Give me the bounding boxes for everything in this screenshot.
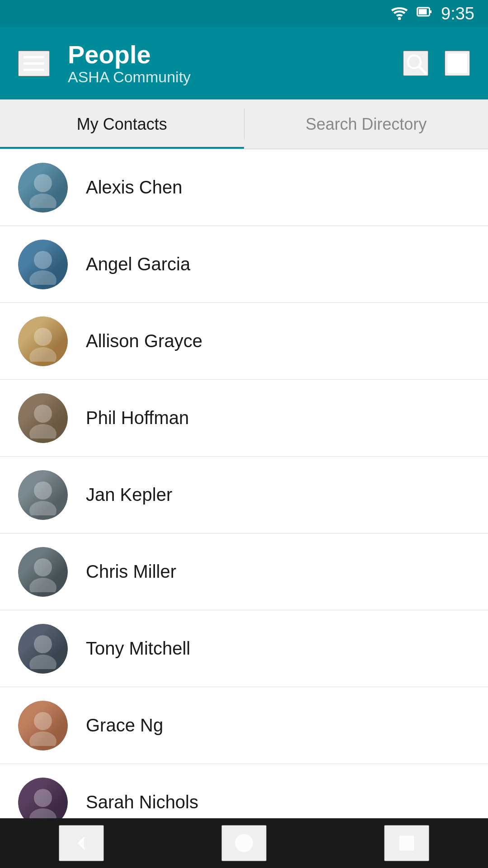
contact-name: Tony Mitchell <box>86 638 190 659</box>
wifi-icon <box>390 4 408 24</box>
contact-list: Alexis Chen Angel Garcia Allison Grayce … <box>0 149 488 818</box>
tab-my-contacts[interactable]: My Contacts <box>0 99 244 149</box>
tab-search-directory[interactable]: Search Directory <box>244 99 488 149</box>
svg-point-19 <box>34 558 52 576</box>
app-header: People ASHA Community <box>0 27 488 99</box>
list-item[interactable]: Sarah Nichols <box>0 764 488 818</box>
svg-point-11 <box>34 251 52 269</box>
header-actions <box>403 51 470 76</box>
svg-point-9 <box>34 174 52 192</box>
svg-point-25 <box>34 789 52 807</box>
svg-point-29 <box>236 835 252 851</box>
svg-point-10 <box>29 193 56 208</box>
avatar <box>18 701 68 750</box>
contact-name: Sarah Nichols <box>86 792 198 812</box>
avatar <box>18 778 68 819</box>
list-item[interactable]: Phil Hoffman <box>0 380 488 457</box>
contact-name: Allison Grayce <box>86 331 202 351</box>
list-item[interactable]: Jan Kepler <box>0 457 488 533</box>
svg-point-26 <box>29 808 56 819</box>
home-button[interactable] <box>221 825 267 861</box>
recent-apps-button[interactable] <box>384 825 429 861</box>
svg-point-17 <box>34 481 52 500</box>
avatar <box>18 547 68 597</box>
svg-rect-2 <box>419 9 427 14</box>
svg-rect-30 <box>400 836 413 849</box>
svg-point-14 <box>29 347 56 362</box>
avatar <box>18 163 68 212</box>
grid-view-button[interactable] <box>445 51 470 76</box>
contact-name: Jan Kepler <box>86 485 172 505</box>
svg-point-12 <box>29 270 56 285</box>
svg-line-4 <box>419 67 426 73</box>
status-bar: 9:35 <box>0 0 488 27</box>
svg-point-23 <box>34 712 52 730</box>
contact-name: Phil Hoffman <box>86 408 189 428</box>
svg-rect-8 <box>458 64 466 72</box>
page-subtitle: ASHA Community <box>68 68 385 86</box>
svg-rect-5 <box>449 55 456 62</box>
svg-point-18 <box>29 501 56 515</box>
svg-point-24 <box>29 731 56 746</box>
list-item[interactable]: Angel Garcia <box>0 226 488 303</box>
back-button[interactable] <box>59 825 104 861</box>
svg-point-16 <box>29 424 56 439</box>
avatar <box>18 316 68 366</box>
header-title-group: People ASHA Community <box>68 41 385 86</box>
tabs-bar: My Contacts Search Directory <box>0 99 488 149</box>
page-title: People <box>68 41 385 69</box>
bottom-nav <box>0 818 488 868</box>
list-item[interactable]: Grace Ng <box>0 687 488 764</box>
avatar <box>18 393 68 443</box>
svg-rect-7 <box>449 64 456 72</box>
svg-point-13 <box>34 328 52 346</box>
svg-point-0 <box>398 17 401 19</box>
list-item[interactable]: Alexis Chen <box>0 149 488 226</box>
list-item[interactable]: Allison Grayce <box>0 303 488 380</box>
list-item[interactable]: Tony Mitchell <box>0 610 488 687</box>
avatar <box>18 470 68 520</box>
list-item[interactable]: Chris Miller <box>0 533 488 610</box>
battery-icon <box>417 4 433 24</box>
svg-point-20 <box>29 578 56 592</box>
contact-name: Angel Garcia <box>86 254 190 274</box>
status-time: 9:35 <box>441 4 474 24</box>
search-button[interactable] <box>403 51 428 76</box>
contact-name: Chris Miller <box>86 561 176 582</box>
svg-point-15 <box>34 405 52 423</box>
contact-name: Alexis Chen <box>86 177 182 198</box>
svg-rect-6 <box>458 55 466 62</box>
svg-point-22 <box>29 655 56 669</box>
avatar <box>18 240 68 289</box>
svg-point-21 <box>34 635 52 653</box>
status-icons: 9:35 <box>390 4 474 24</box>
contact-name: Grace Ng <box>86 715 163 736</box>
avatar <box>18 624 68 674</box>
menu-button[interactable] <box>18 51 50 76</box>
